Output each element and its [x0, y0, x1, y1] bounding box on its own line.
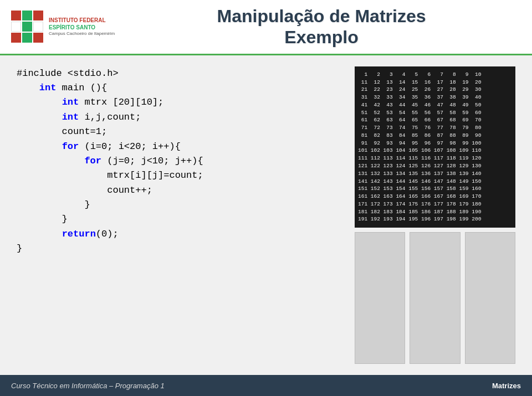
code-line-13: } [17, 241, 344, 256]
logo-area: INSTITUTO FEDERAL ESPÍRITO SANTO Campus … [11, 11, 122, 43]
logo-squares [11, 11, 43, 43]
header: INSTITUTO FEDERAL ESPÍRITO SANTO Campus … [0, 0, 532, 55]
main-content: #include <stdio.h> int main (){ int mtrx… [0, 55, 532, 375]
code-line-8: mtrx[i][j]=count; [17, 168, 344, 183]
code-line-7: for (j=0; j<10; j++){ [17, 154, 344, 168]
matrix-area: 1 2 3 4 5 6 7 8 9 10 11 12 13 14 15 16 1… [355, 66, 515, 364]
code-line-10: } [17, 198, 344, 212]
logo-sq-1 [11, 11, 21, 20]
code-line-3: int mtrx [20][10]; [17, 95, 344, 110]
code-line-6: for (i=0; i<20; i++){ [17, 140, 344, 154]
code-area: #include <stdio.h> int main (){ int mtrx… [17, 66, 344, 364]
code-line-2: int main (){ [17, 81, 344, 95]
campus-label: Campus Cachoeiro de Itapemirim [49, 31, 115, 37]
empty-box-1 [355, 232, 405, 364]
logo-sq-3 [33, 11, 43, 20]
code-line-12: return(0); [17, 227, 344, 241]
code-line-9: count++; [17, 183, 344, 198]
empty-boxes [355, 232, 515, 364]
code-line-4: int i,j,count; [17, 110, 344, 125]
empty-box-2 [410, 232, 460, 364]
logo-sq-6 [33, 22, 43, 32]
logo-sq-5 [22, 22, 32, 32]
logo-sq-2 [22, 11, 32, 20]
logo-sq-9 [33, 33, 43, 43]
title-line1: Manipulação de Matrizes [217, 6, 426, 26]
main-title: Manipulação de Matrizes Exemplo [122, 6, 521, 48]
matrix-output: 1 2 3 4 5 6 7 8 9 10 11 12 13 14 15 16 1… [355, 66, 515, 228]
empty-box-3 [465, 232, 515, 364]
code-line-11: } [17, 212, 344, 227]
estado-label: ESPÍRITO SANTO [49, 24, 115, 31]
code-line-1: #include <stdio.h> [17, 66, 344, 81]
title-line2: Exemplo [284, 27, 358, 47]
footer: Curso Técnico em Informática – Programaç… [0, 375, 532, 396]
instituto-label: INSTITUTO FEDERAL [49, 17, 115, 24]
logo-text: INSTITUTO FEDERAL ESPÍRITO SANTO Campus … [49, 17, 115, 37]
title-area: Manipulação de Matrizes Exemplo [122, 6, 521, 48]
code-line-5: count=1; [17, 125, 344, 139]
logo-sq-4 [11, 22, 21, 32]
footer-left: Curso Técnico em Informática – Programaç… [11, 382, 165, 390]
logo-sq-7 [11, 33, 21, 43]
logo-sq-8 [22, 33, 32, 43]
footer-right: Matrizes [492, 382, 521, 390]
